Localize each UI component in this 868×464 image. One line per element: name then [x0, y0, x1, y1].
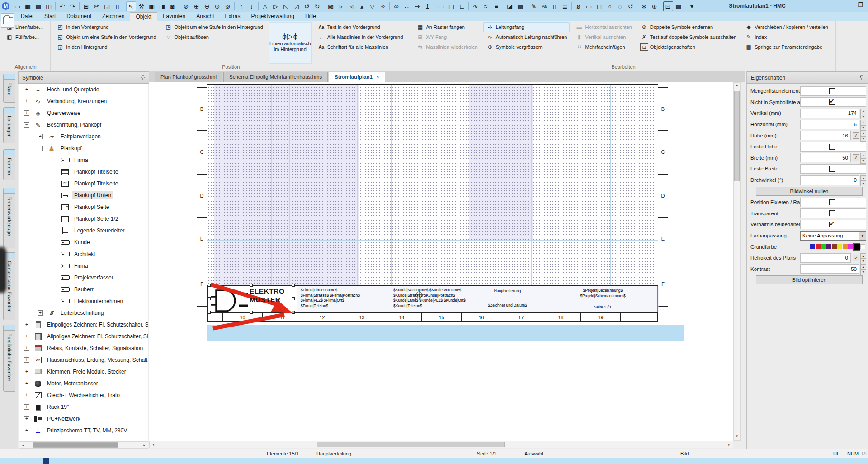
ribbon-symbole-vergrössern[interactable]: ⊕Symbole vergrössern	[483, 42, 570, 52]
color-swatch[interactable]	[826, 244, 831, 249]
tree-item-leiterbeschriftung[interactable]: +///Leiterbeschriftung	[19, 307, 148, 319]
spin-down-icon[interactable]: ▼	[860, 270, 866, 275]
draw-circle-2-icon[interactable]: ◌	[615, 1, 625, 11]
tree-item-einpoliges-zeichnen-fi-schutzschalter-s[interactable]: +Einpoliges Zeichnen: FI, Schutzschalter…	[19, 319, 148, 331]
tools-icon[interactable]: ⚒	[137, 1, 146, 11]
tree-item-klemmen-freie-module-stecker[interactable]: +Klemmen, Freie Module, Stecker	[19, 366, 148, 378]
menu-objekt[interactable]: Objekt	[130, 12, 157, 21]
tree-item-hausanschluss-erdung-messung-schalt[interactable]: +WhHausanschluss, Erdung, Messung, Schal…	[19, 354, 148, 366]
expand-icon[interactable]: +	[24, 87, 29, 92]
zoom-window-icon[interactable]: ⊚	[223, 1, 233, 11]
paste-icon[interactable]: ▯	[113, 1, 123, 11]
spin-down-icon[interactable]: ▼	[860, 114, 866, 119]
measure-x-icon[interactable]: ↦	[412, 1, 422, 11]
print-preview-icon[interactable]: ◫	[44, 1, 54, 11]
pick-x-icon[interactable]: ‹x›	[378, 1, 388, 11]
scale-up-icon[interactable]: ▴	[357, 1, 367, 11]
tree-item-plankopf-titelseite[interactable]: HVPlankopf Titelseite	[19, 178, 148, 189]
scroll-right-icon[interactable]: ▸	[726, 442, 733, 447]
mirror-vertical-icon[interactable]: △	[260, 1, 270, 11]
curve-bold-icon[interactable]: ≈	[481, 1, 491, 11]
color-swatch[interactable]	[832, 244, 837, 249]
draw-ellipse-icon[interactable]: ø	[574, 1, 584, 11]
tree-item-plankopf[interactable]: −♟Plankopf	[19, 142, 148, 154]
eraser-icon[interactable]: ◪	[505, 1, 515, 11]
doc-tab-plan-plankopf-gross-hmi[interactable]: Plan Plankopf gross.hmi	[155, 72, 222, 82]
spin-down-icon[interactable]: ▼	[860, 158, 866, 164]
rotate-right-icon[interactable]: ↻	[312, 1, 322, 11]
symbol-browser-icon[interactable]: ▣	[147, 1, 157, 11]
expand-icon[interactable]: +	[24, 110, 29, 116]
redo-icon[interactable]: ↷	[68, 1, 78, 11]
bild-optimieren-button[interactable]: Bild optimieren	[756, 275, 863, 284]
tree-item-firma[interactable]: Firma	[19, 154, 148, 166]
tree-item-plankopf-seite[interactable]: Plankopf Seite	[19, 201, 148, 213]
spinner[interactable]: ▲▼	[860, 253, 866, 263]
spin-up-icon[interactable]: ▲	[860, 153, 866, 158]
menu-favoriten[interactable]: Favoriten	[157, 12, 191, 21]
scroll-down-icon[interactable]: ▾	[734, 434, 740, 440]
color-swatch[interactable]	[848, 244, 853, 249]
prop-value-field[interactable]: 50	[800, 153, 851, 162]
spinner[interactable]: ▲▼	[860, 109, 866, 118]
color-swatch[interactable]	[843, 244, 848, 249]
draw-rect-2-icon[interactable]: ◻	[594, 1, 604, 11]
ribbon-füllfarbe[interactable]: ◧Füllfarbe...	[3, 32, 46, 42]
scroll-thumb[interactable]	[734, 91, 740, 181]
spinner[interactable]: ▲▼	[860, 175, 866, 185]
tree-item-plankopf-seite-1-2[interactable]: Plankopf Seite 1/2	[19, 213, 148, 225]
symbol-new-icon[interactable]: ∗	[639, 1, 649, 11]
rotate-x-icon[interactable]: ↺	[626, 1, 636, 11]
image-settings-icon[interactable]: ◨	[157, 1, 167, 11]
checkbox-unchecked[interactable]	[829, 88, 835, 94]
sidebar-tab-pfade[interactable]: Pfade	[3, 74, 15, 103]
tree-item-prinzipschema-tt-tv-mm-230v[interactable]: +⊥Prinzipschema TT, TV, MM, 230V	[19, 425, 148, 436]
spin-up-icon[interactable]: ▲	[860, 109, 866, 114]
object-properties-icon[interactable]: ⊡	[663, 1, 673, 11]
menu-hilfe[interactable]: Hilfe	[300, 12, 321, 21]
color-swatch[interactable]	[810, 244, 815, 249]
farbanpassung-dropdown[interactable]: Keine Anpassung▼	[800, 231, 866, 241]
sidebar-tab-leitungen[interactable]: Leitungen	[3, 107, 15, 143]
selection-handle[interactable]	[292, 284, 295, 287]
color-swatch[interactable]	[854, 244, 860, 250]
expand-icon[interactable]: +	[24, 416, 29, 421]
index-edit-icon[interactable]: ✎	[529, 1, 539, 11]
color-swatch[interactable]	[837, 244, 842, 249]
ribbon-in-den-vordergrund[interactable]: ◰In den Vordergrund	[53, 22, 159, 32]
open-icon[interactable]: ▭	[13, 1, 23, 11]
frame-dashed-icon[interactable]: ▢	[447, 1, 457, 11]
grid-select-icon[interactable]: ▩	[326, 1, 336, 11]
restore-button[interactable]: ❐	[856, 1, 864, 8]
prop-value-field[interactable]: 16	[800, 131, 851, 140]
spin-up-icon[interactable]: ▲	[860, 175, 866, 181]
corner-tool-icon[interactable]: ∟	[457, 1, 467, 11]
menu-ansicht[interactable]: Ansicht	[191, 12, 219, 21]
tree-item-legende-steuerleiter[interactable]: Legende Steuerleiter	[19, 225, 148, 237]
zoom-out-icon[interactable]: ⊖	[202, 1, 212, 11]
insert-object-icon[interactable]: ⊞	[81, 1, 91, 11]
bildwinkel-nullen-button[interactable]: Bildwinkel nullen	[756, 187, 863, 196]
canvas-vertical-scrollbar[interactable]: ▴ ▾	[733, 82, 741, 441]
mirror-horizontal-icon[interactable]: ▷	[271, 1, 281, 11]
checkbox-unchecked[interactable]	[829, 166, 835, 172]
symbol-group-icon[interactable]: ∷	[402, 1, 412, 11]
close-tab-icon[interactable]: ×	[376, 74, 379, 80]
menu-extras[interactable]: Extras	[220, 12, 246, 21]
prop-value-field[interactable]: 0	[800, 253, 851, 263]
stamp-lock-icon[interactable]: ◙	[168, 1, 178, 11]
checkbox-checked[interactable]	[829, 99, 835, 105]
chevron-down-icon[interactable]: ▼	[859, 232, 866, 240]
symbol-tree-scrollbar[interactable]: ◂ ▸	[19, 441, 148, 449]
expand-icon[interactable]: +	[24, 381, 29, 386]
ribbon-test-auf-doppelte-symbole-ausschalten[interactable]: ✗Test auf doppelte Symbole ausschalten	[637, 32, 739, 42]
tree-item-plankopf-titelseite[interactable]: Plankopf Titelseite	[19, 166, 148, 178]
selection-handle[interactable]	[250, 311, 253, 314]
draw-circle-icon[interactable]: ○	[605, 1, 615, 11]
selection-handle[interactable]	[292, 297, 295, 300]
spinner[interactable]: ▲▼	[860, 153, 866, 162]
collapse-icon[interactable]: −	[38, 146, 43, 151]
spin-up-icon[interactable]: ▲	[860, 264, 866, 270]
prop-value-field[interactable]: 0	[800, 175, 859, 185]
expand-icon[interactable]: +	[38, 134, 43, 139]
